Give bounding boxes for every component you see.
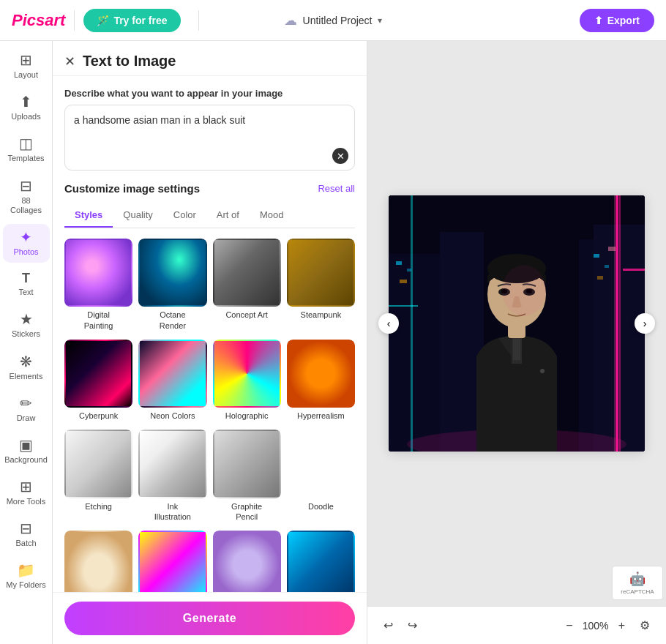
left-sidebar: ⊞ Layout ⬆ Uploads ◫ Templates ⊟ 88 Coll…: [0, 41, 53, 644]
style-item-octane-render[interactable]: Octane Render: [138, 239, 206, 334]
zoom-out-button[interactable]: −: [561, 615, 577, 637]
style-thumb-ink-illustration: [138, 430, 206, 498]
style-item-pop-art[interactable]: Pop Art: [138, 531, 206, 592]
sidebar-label-batch: Batch: [15, 539, 36, 548]
sidebar-label-collages: 88 Collages: [6, 196, 47, 215]
settings-icon: ⚙: [640, 618, 650, 632]
project-selector[interactable]: ☁ Untitled Project ▾: [284, 12, 383, 29]
sidebar-item-elements[interactable]: ❋ Elements: [3, 348, 50, 387]
style-item-etching[interactable]: Etching: [64, 430, 132, 525]
canvas-prev-button[interactable]: ‹: [378, 313, 399, 334]
sidebar-item-templates[interactable]: ◫ Templates: [3, 130, 50, 169]
style-item-neon-colors[interactable]: Neon Colors: [138, 340, 206, 424]
sidebar-label-my-folders: My Folders: [6, 580, 45, 590]
style-item-steampunk[interactable]: Steampunk: [287, 239, 355, 334]
sidebar-item-background[interactable]: ▣ Background: [3, 432, 50, 471]
tab-styles[interactable]: Styles: [64, 203, 113, 228]
sidebar-item-layout[interactable]: ⊞ Layout: [3, 47, 50, 86]
reset-all-button[interactable]: Reset all: [318, 183, 355, 194]
draw-icon: ✏: [20, 396, 32, 411]
zoom-out-icon: −: [566, 619, 572, 632]
style-label-etching: Etching: [83, 498, 113, 514]
svg-rect-18: [608, 247, 616, 251]
tab-quality[interactable]: Quality: [113, 203, 162, 228]
templates-icon: ◫: [19, 136, 33, 151]
topbar-divider-1: [74, 10, 75, 31]
cloud-icon: ☁: [284, 12, 297, 29]
generate-button[interactable]: Generate: [64, 602, 355, 635]
collages-icon: ⊟: [20, 179, 32, 193]
svg-rect-11: [389, 305, 418, 307]
style-item-ink-illustration[interactable]: Ink Illustration: [138, 430, 206, 525]
background-icon: ▣: [19, 438, 33, 452]
sidebar-label-layout: Layout: [14, 70, 38, 80]
style-item-aquarelle[interactable]: Aquarelle: [287, 531, 355, 592]
sidebar-item-stickers[interactable]: ★ Stickers: [3, 306, 50, 345]
customize-title: Customize image settings: [64, 182, 200, 195]
sidebar-label-uploads: Uploads: [11, 112, 40, 121]
style-thumb-oil-painting: [64, 531, 132, 592]
style-item-hyperrealism[interactable]: Hyperrealism: [287, 340, 355, 424]
style-label-steampunk: Steampunk: [299, 307, 343, 323]
style-label-graphite-pencil: Graphite Pencil: [230, 498, 263, 525]
zoom-in-button[interactable]: +: [614, 615, 629, 637]
undo-button[interactable]: ↩: [379, 614, 397, 637]
sidebar-item-more-tools[interactable]: ⊞ More Tools: [3, 473, 50, 512]
style-item-cyberpunk[interactable]: Cyberpunk: [64, 340, 132, 424]
layout-icon: ⊞: [20, 53, 32, 67]
svg-rect-17: [597, 276, 603, 280]
svg-rect-8: [614, 195, 615, 452]
app-logo: Picsart: [12, 11, 65, 30]
tab-art-of[interactable]: Art of: [206, 203, 250, 228]
style-item-concept-art[interactable]: Concept Art: [213, 239, 281, 334]
style-item-graphite-pencil[interactable]: Graphite Pencil: [213, 430, 281, 525]
svg-rect-14: [400, 280, 407, 283]
sidebar-item-text[interactable]: T Text: [3, 266, 50, 303]
export-button[interactable]: ⬆ Export: [580, 9, 654, 32]
sidebar-item-photos[interactable]: ✦ Photos: [3, 224, 50, 263]
canvas-frame: [389, 195, 645, 452]
sidebar-item-draw[interactable]: ✏ Draw: [3, 390, 50, 429]
svg-rect-12: [396, 261, 402, 265]
redo-button[interactable]: ↪: [403, 614, 422, 637]
try-free-button[interactable]: 🪄 Try for free: [83, 9, 180, 32]
close-panel-button[interactable]: ✕: [64, 53, 75, 70]
style-label-doodle: Doodle: [307, 498, 335, 514]
zoom-percent: 100%: [580, 620, 611, 632]
canvas-next-button[interactable]: ›: [635, 313, 655, 334]
style-tabs: Styles Quality Color Art of Mood: [64, 203, 355, 228]
style-item-holographic[interactable]: Holographic: [213, 340, 281, 424]
sidebar-item-batch[interactable]: ⊟ Batch: [3, 515, 50, 554]
more-tools-icon: ⊞: [20, 479, 32, 494]
canvas-area: ‹ › ↩ ↪ − 100% + ⚙ 🤖: [367, 41, 666, 644]
sidebar-item-collages[interactable]: ⊟ 88 Collages: [3, 173, 50, 221]
style-label-concept-art: Concept Art: [224, 307, 269, 323]
sidebar-label-background: Background: [4, 455, 48, 465]
clear-input-button[interactable]: ✕: [332, 148, 348, 164]
photos-icon: ✦: [20, 230, 32, 244]
topbar-divider-2: [198, 10, 199, 31]
my-folders-icon: 📁: [17, 563, 35, 577]
sidebar-item-my-folders[interactable]: 📁 My Folders: [3, 557, 50, 596]
prompt-input[interactable]: a handsome asian man in a black suit: [74, 114, 345, 158]
image-svg: [389, 195, 645, 452]
style-item-digital-painting[interactable]: Digital Painting: [64, 239, 132, 334]
style-item-watercolor[interactable]: Watercolor: [213, 531, 281, 592]
style-thumb-steampunk: [287, 239, 355, 307]
sidebar-label-photos: Photos: [13, 247, 38, 257]
text-input-wrapper: a handsome asian man in a black suit ✕: [64, 105, 355, 171]
svg-point-30: [502, 265, 546, 316]
style-label-neon-colors: Neon Colors: [149, 408, 196, 424]
batch-icon: ⊟: [20, 521, 32, 536]
sidebar-item-uploads[interactable]: ⬆ Uploads: [3, 89, 50, 127]
recaptcha-badge: 🤖 reCAPTCHA: [612, 566, 663, 600]
zoom-area: − 100% +: [561, 615, 629, 637]
canvas-settings-button[interactable]: ⚙: [635, 614, 654, 637]
topbar: Picsart 🪄 Try for free ☁ Untitled Projec…: [0, 0, 666, 41]
style-item-doodle[interactable]: Doodle: [287, 430, 355, 525]
style-item-oil-painting[interactable]: Oil Painting: [64, 531, 132, 592]
tab-mood[interactable]: Mood: [250, 203, 294, 228]
main-area: ⊞ Layout ⬆ Uploads ◫ Templates ⊟ 88 Coll…: [0, 41, 666, 644]
tab-color[interactable]: Color: [163, 203, 206, 228]
style-label-octane-render: Octane Render: [158, 307, 187, 334]
